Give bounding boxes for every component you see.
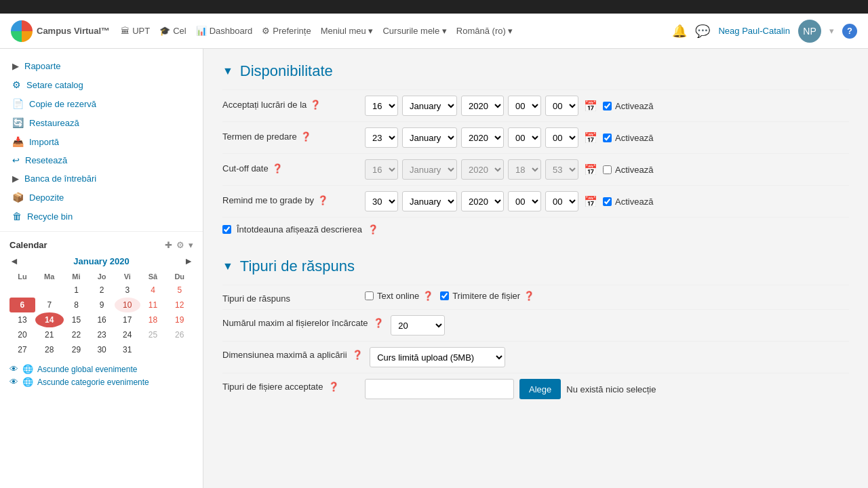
- trimitere-fisier-label[interactable]: Trimitere de fișier ❓: [440, 291, 534, 301]
- acceptati-day-select[interactable]: 16: [365, 96, 398, 116]
- termen-month-select[interactable]: January: [402, 127, 457, 148]
- text-online-help-icon[interactable]: ❓: [422, 291, 433, 301]
- dimensiune-help-icon[interactable]: ❓: [352, 350, 363, 360]
- add-calendar-icon[interactable]: ✚: [165, 240, 172, 250]
- prev-month-button[interactable]: ◄: [9, 256, 19, 266]
- text-online-checkbox[interactable]: [365, 291, 374, 300]
- cal-day-19[interactable]: 19: [165, 312, 193, 327]
- legend-global[interactable]: 👁 🌐 Ascunde global evenimente: [9, 364, 193, 374]
- avatar[interactable]: NP: [798, 20, 821, 43]
- nav-upt[interactable]: 🏛 UPT: [121, 26, 150, 36]
- cal-day-25[interactable]: 25: [140, 327, 166, 342]
- cal-day-27[interactable]: 27: [9, 342, 35, 357]
- remind-day-select[interactable]: 30: [365, 191, 398, 211]
- remind-calendar-icon[interactable]: 📅: [583, 195, 599, 208]
- cal-day-13[interactable]: 13: [9, 312, 35, 327]
- termen-day-select[interactable]: 23: [365, 127, 398, 148]
- cal-day-20[interactable]: 20: [9, 327, 35, 342]
- cal-day-26[interactable]: 26: [165, 327, 193, 342]
- cal-day-21[interactable]: 21: [35, 327, 64, 342]
- next-month-button[interactable]: ►: [184, 256, 193, 266]
- sidebar-link-rapoarte[interactable]: Rapoarte: [24, 61, 60, 71]
- nav-language[interactable]: Română (ro) ▾: [456, 26, 513, 36]
- cal-day-15[interactable]: 15: [64, 312, 90, 327]
- cal-day-5[interactable]: 5: [165, 283, 193, 298]
- sidebar-item-recycle[interactable]: 🗑 Recycle bin: [0, 207, 203, 226]
- chat-icon[interactable]: 💬: [695, 24, 710, 39]
- sidebar-link-depozite[interactable]: Depozite: [29, 192, 64, 203]
- termen-minute-select[interactable]: 00: [545, 127, 578, 148]
- sidebar-item-depozite[interactable]: 📦 Depozite: [0, 188, 203, 207]
- sidebar-item-banca[interactable]: ▶ Banca de întrebări: [0, 169, 203, 188]
- tipuri-fisiere-input[interactable]: [365, 379, 514, 399]
- bell-icon[interactable]: 🔔: [672, 24, 687, 39]
- termen-year-select[interactable]: 2020: [461, 127, 504, 148]
- help-icon[interactable]: ?: [842, 24, 857, 39]
- text-online-label[interactable]: Text online ❓: [365, 291, 433, 301]
- termen-help-icon[interactable]: ❓: [300, 131, 311, 142]
- cal-day-18[interactable]: 18: [140, 312, 166, 327]
- acceptati-activate-checkbox[interactable]: [603, 102, 612, 110]
- cal-day-17[interactable]: 17: [115, 312, 140, 327]
- cal-day-30[interactable]: 30: [89, 342, 115, 357]
- cal-day-7[interactable]: 7: [35, 298, 64, 312]
- cal-day-28[interactable]: 28: [35, 342, 64, 357]
- cal-day-2[interactable]: 2: [89, 283, 115, 298]
- cutoff-help-icon[interactable]: ❓: [272, 163, 283, 174]
- remind-month-select[interactable]: January: [402, 191, 457, 211]
- cutoff-day-select[interactable]: 16: [365, 159, 398, 180]
- trimitere-fisier-help-icon[interactable]: ❓: [524, 291, 534, 301]
- sidebar-link-catalog[interactable]: Setare catalog: [26, 80, 83, 90]
- sidebar-link-banca[interactable]: Banca de întrebări: [24, 174, 96, 184]
- acceptati-hour-select[interactable]: 00: [508, 96, 541, 116]
- cutoff-minute-select[interactable]: 53: [545, 159, 578, 180]
- cal-day-3[interactable]: 3: [115, 283, 140, 298]
- remind-year-select[interactable]: 2020: [461, 191, 504, 211]
- cal-day-23[interactable]: 23: [89, 327, 115, 342]
- cal-day-12[interactable]: 12: [165, 298, 193, 312]
- remind-minute-select[interactable]: 00: [545, 191, 578, 211]
- cal-day-16[interactable]: 16: [89, 312, 115, 327]
- site-logo[interactable]: Campus Virtual™: [11, 20, 110, 42]
- sidebar-item-rapoarte[interactable]: ▶ Rapoarte: [0, 57, 203, 75]
- sidebar-link-copie[interactable]: Copie de rezervă: [29, 99, 96, 109]
- sidebar-link-reseteaza[interactable]: Resetează: [25, 155, 67, 165]
- acceptati-activate-label[interactable]: Activează: [603, 101, 653, 111]
- acceptati-minute-select[interactable]: 00: [545, 96, 578, 116]
- dropdown-icon[interactable]: ▾: [829, 26, 834, 36]
- cal-day-6[interactable]: 6: [9, 298, 35, 312]
- sidebar-item-importa[interactable]: 📥 Importă: [0, 132, 203, 151]
- cal-day-8[interactable]: 8: [64, 298, 90, 312]
- cutoff-activate-checkbox[interactable]: [603, 165, 612, 174]
- sidebar-link-recycle[interactable]: Recycle bin: [27, 211, 73, 222]
- cal-day-11[interactable]: 11: [140, 298, 166, 312]
- remind-help-icon[interactable]: ❓: [317, 195, 328, 205]
- cutoff-calendar-icon[interactable]: 📅: [583, 163, 599, 176]
- sidebar-link-importa[interactable]: Importă: [29, 137, 59, 147]
- cutoff-year-select[interactable]: 2020: [461, 159, 504, 180]
- tipuri-toggle[interactable]: ▼: [222, 260, 233, 272]
- cal-day-4[interactable]: 4: [140, 283, 166, 298]
- remind-activate-label[interactable]: Activează: [603, 197, 653, 207]
- always-show-help-icon[interactable]: ❓: [368, 224, 378, 235]
- always-show-checkbox[interactable]: [222, 225, 231, 234]
- tipuri-fisiere-help-icon[interactable]: ❓: [328, 382, 339, 392]
- remind-hour-select[interactable]: 00: [508, 191, 541, 211]
- cal-day-10[interactable]: 10: [115, 298, 140, 312]
- nav-meniu[interactable]: Meniul meu ▾: [321, 26, 374, 36]
- nav-cursuri[interactable]: Cursurile mele ▾: [382, 26, 446, 36]
- dropdown-calendar-icon[interactable]: ▾: [189, 240, 193, 250]
- user-name[interactable]: Neag Paul-Catalin: [718, 26, 790, 36]
- legend-categorie[interactable]: 👁 🌐 Ascunde categorie evenimente: [9, 377, 193, 387]
- acceptati-year-select[interactable]: 2020: [461, 96, 504, 116]
- numar-maxim-select[interactable]: 20 1251050: [391, 315, 445, 336]
- acceptati-month-select[interactable]: January: [402, 96, 457, 116]
- nav-dashboard[interactable]: 📊 Dashboard: [196, 26, 253, 36]
- nav-cel[interactable]: 🎓 Cel: [159, 26, 186, 36]
- sidebar-item-restaureaza[interactable]: 🔄 Restaurează: [0, 113, 203, 132]
- trimitere-fisier-checkbox[interactable]: [440, 291, 449, 300]
- cutoff-hour-select[interactable]: 18: [508, 159, 541, 180]
- termen-activate-label[interactable]: Activează: [603, 133, 653, 143]
- dimensiune-select[interactable]: Curs limită upload (5MB) 1MB2MB5MB10MB50…: [370, 347, 505, 367]
- sidebar-item-copie[interactable]: 📄 Copie de rezervă: [0, 94, 203, 113]
